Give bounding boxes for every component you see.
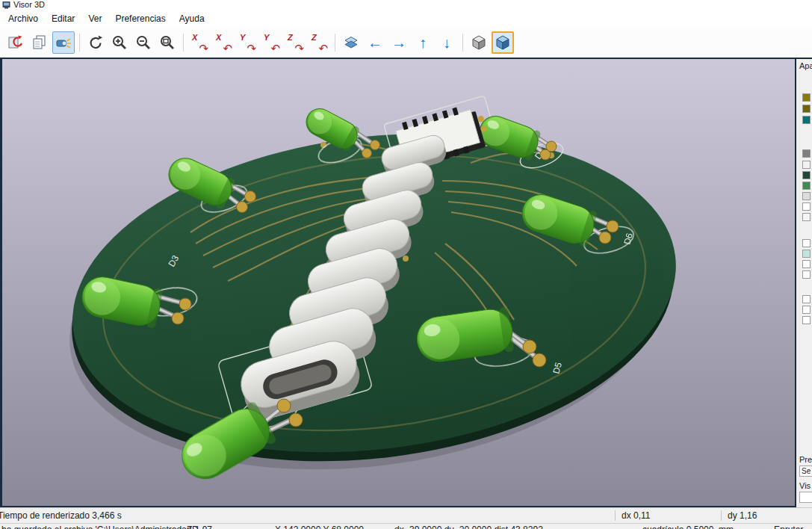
layer-color-swatch[interactable] <box>802 171 811 179</box>
layer-color-swatch[interactable] <box>802 105 811 113</box>
menu-ver[interactable]: Ver <box>81 10 108 27</box>
layer-color-swatch[interactable] <box>802 161 811 169</box>
rotate-z-ccw-button[interactable]: Z↶ <box>308 31 330 54</box>
toolbar-separator <box>183 34 184 52</box>
move-right-icon: → <box>391 35 406 50</box>
viewport-select[interactable] <box>799 492 812 503</box>
layer-color-swatch[interactable] <box>802 149 811 158</box>
3d-viewport[interactable]: D7 D6 D5 D3 D4 <box>0 59 796 507</box>
move-down-icon: ↓ <box>443 35 450 50</box>
viewports-label: Vis <box>799 481 812 490</box>
main-area: D7 D6 D5 D3 D4 <box>0 58 812 507</box>
rotate-x-ccw-icon: X↶ <box>214 34 232 52</box>
appearance-panel-bottom: Pre Se Vis <box>799 451 812 503</box>
rotate-y-ccw-button[interactable]: Y↶ <box>260 31 282 54</box>
rotate-z-ccw-icon: Z↶ <box>310 34 328 52</box>
reload-board-button[interactable] <box>4 31 27 54</box>
cursor-position: X 142,0000 Y 68,0000 <box>275 525 364 529</box>
dy-status: dy 1,16 <box>721 510 812 521</box>
render-time-status: Tiempo de renderizado 3,466 s <box>0 510 615 521</box>
zoom-in-button[interactable] <box>108 31 131 54</box>
zoom-out-icon <box>135 34 152 51</box>
dx-status: dx 0,11 <box>615 510 721 521</box>
presets-label: Pre <box>799 455 812 464</box>
copy-image-icon <box>31 34 48 51</box>
rotate-z-cw-button[interactable]: Z↷ <box>284 31 306 54</box>
move-up-button[interactable]: ↑ <box>412 31 434 54</box>
layer-color-swatch[interactable] <box>802 116 811 124</box>
flip-board-icon <box>343 34 359 51</box>
menu-preferencias[interactable]: Preferencias <box>108 10 172 27</box>
zoom-fit-button[interactable] <box>156 31 179 54</box>
zoom-in-icon <box>111 34 128 51</box>
3d-scene: D7 D6 D5 D3 D4 <box>2 59 795 506</box>
zoom-fit-icon <box>159 34 176 51</box>
title-bar: Visor 3D <box>0 0 812 10</box>
pcbnew-status-bar: ha guardado el archivo 'C:\Users\Adminis… <box>0 523 812 529</box>
render-view-icon <box>55 34 72 51</box>
orthographic-cube-icon <box>471 34 487 51</box>
layer-color-swatch[interactable] <box>802 239 811 247</box>
zoom-out-button[interactable] <box>132 31 155 54</box>
layer-color-swatch[interactable] <box>802 192 811 200</box>
app-icon <box>2 1 10 9</box>
layer-color-swatch[interactable] <box>802 306 811 314</box>
units-status: mm <box>719 525 734 529</box>
appearance-panel-title: Apa <box>796 59 812 70</box>
orthographic-view-button[interactable] <box>468 31 490 54</box>
move-left-icon: ← <box>368 35 382 50</box>
render-view-button[interactable] <box>52 31 75 54</box>
toolbar-separator <box>335 34 335 52</box>
copy-image-button[interactable] <box>28 31 51 54</box>
layer-color-swatch[interactable] <box>802 250 811 258</box>
refresh-view-icon <box>87 34 104 51</box>
rotate-y-cw-icon: Y↷ <box>238 34 256 52</box>
layer-color-swatch[interactable] <box>802 316 811 324</box>
move-left-button[interactable]: ← <box>364 31 386 54</box>
reload-board-icon <box>7 34 24 51</box>
rotate-x-ccw-button[interactable]: X↶ <box>212 31 235 54</box>
delta-status: dx -39,0000 dy -20,0000 dist 43,8292 <box>394 525 543 529</box>
rotate-y-ccw-icon: Y↶ <box>262 34 280 52</box>
layer-color-swatch[interactable] <box>802 260 811 268</box>
layer-color-swatch[interactable] <box>802 182 811 190</box>
mode-status: Enrutar <box>774 525 803 529</box>
flip-board-button[interactable] <box>340 31 362 54</box>
save-message: ha guardado el archivo 'C:\Users\Adminis… <box>1 525 199 529</box>
move-right-button[interactable]: → <box>388 31 410 54</box>
grid-status: cuadrícula 0,5000 <box>642 525 713 529</box>
refresh-view-button[interactable] <box>84 31 107 54</box>
toolbar-separator <box>462 34 463 52</box>
rotate-z-cw-icon: Z↷ <box>286 34 304 52</box>
menu-bar: Archivo Editar Ver Preferencias Ayuda <box>0 10 812 28</box>
window-title: Visor 3D <box>13 0 45 10</box>
layer-color-swatch[interactable] <box>802 295 811 303</box>
layer-color-swatch[interactable] <box>802 213 811 221</box>
menu-ayuda[interactable]: Ayuda <box>173 10 211 27</box>
kicad-3d-viewer-window: Visor 3D Archivo Editar Ver Preferencias… <box>0 0 812 529</box>
layer-color-swatch[interactable] <box>802 93 811 102</box>
perspective-cube-icon <box>495 34 511 51</box>
perspective-view-button[interactable] <box>492 31 514 54</box>
layer-color-swatch[interactable] <box>802 270 811 279</box>
rotate-y-cw-button[interactable]: Y↷ <box>236 31 258 54</box>
menu-archivo[interactable]: Archivo <box>1 10 45 27</box>
rotate-x-cw-icon: X↷ <box>190 34 208 52</box>
preset-select[interactable]: Se <box>799 465 812 477</box>
layer-color-list <box>802 69 811 324</box>
appearance-panel: Apa Pre Se Vis <box>796 59 812 507</box>
move-down-button[interactable]: ↓ <box>436 31 458 54</box>
toolbar: X↷ X↶ Y↷ Y↶ Z↷ Z↶ ← → ↑ ↓ <box>0 28 812 58</box>
toolbar-separator <box>79 34 80 52</box>
layer-color-swatch[interactable] <box>802 202 811 211</box>
move-up-icon: ↑ <box>419 35 427 50</box>
zoom-status: Z 1,97 <box>187 525 212 529</box>
status-bar: Tiempo de renderizado 3,466 s dx 0,11 dy… <box>0 507 812 523</box>
rotate-x-cw-button[interactable]: X↷ <box>188 31 211 54</box>
menu-editar[interactable]: Editar <box>45 10 81 27</box>
